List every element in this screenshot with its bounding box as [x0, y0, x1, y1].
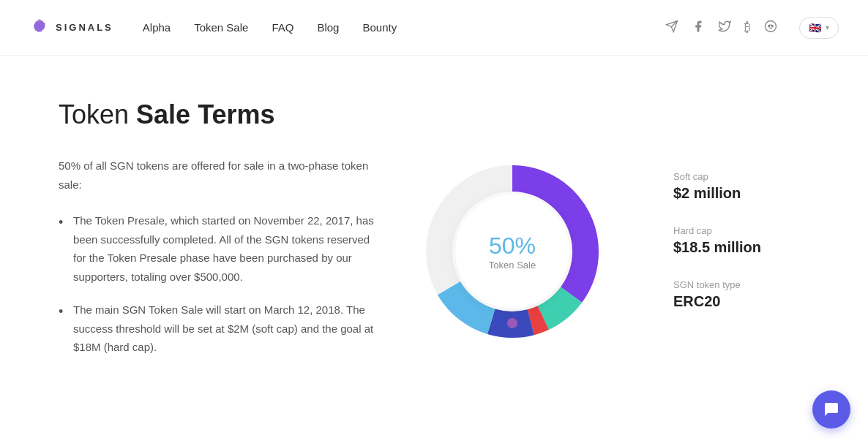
twitter-icon[interactable] [718, 20, 731, 36]
main-content: Token Sale Terms 50% of all SGN tokens a… [0, 56, 868, 415]
svg-point-3 [768, 26, 770, 27]
page-title: Token Sale Terms [59, 99, 809, 130]
svg-point-2 [766, 20, 777, 31]
stat-token-type: SGN token type ERC20 [673, 279, 809, 310]
language-button[interactable]: 🇬🇧 ▾ [799, 17, 839, 39]
bullet-item-2: The main SGN Token Sale will start on Ma… [59, 301, 381, 357]
stat-soft-cap: Soft cap $2 million [673, 171, 809, 202]
stat-soft-cap-value: $2 million [673, 185, 809, 202]
left-text-section: 50% of all SGN tokens are offered for sa… [59, 156, 381, 371]
content-area: 50% of all SGN tokens are offered for sa… [59, 156, 809, 371]
social-icons: ₿ 🇬🇧 ▾ [665, 17, 839, 39]
chat-icon [823, 401, 840, 415]
intro-text: 50% of all SGN tokens are offered for sa… [59, 156, 381, 194]
stat-hard-cap-value: $18.5 million [673, 239, 809, 256]
svg-point-4 [772, 26, 774, 27]
flag-icon: 🇬🇧 [809, 22, 821, 34]
navbar: SIGNALS Alpha Token Sale FAQ Blog Bounty… [0, 0, 868, 56]
stat-soft-cap-label: Soft cap [673, 171, 809, 182]
nav-alpha[interactable]: Alpha [143, 21, 171, 34]
logo-text: SIGNALS [56, 22, 113, 33]
stat-token-type-value: ERC20 [673, 293, 809, 310]
facebook-icon[interactable] [692, 20, 705, 36]
stat-hard-cap-label: Hard cap [673, 225, 809, 236]
donut-label: Token Sale [489, 260, 536, 271]
nav-bounty[interactable]: Bounty [362, 21, 397, 34]
nav-token-sale[interactable]: Token Sale [194, 21, 248, 34]
svg-point-12 [507, 318, 517, 328]
stats-area: Soft cap $2 million Hard cap $18.5 milli… [644, 156, 809, 310]
logo[interactable]: SIGNALS [29, 18, 113, 38]
stat-hard-cap: Hard cap $18.5 million [673, 225, 809, 256]
donut-chart: 50% Token Sale [417, 156, 607, 347]
nav-blog[interactable]: Blog [317, 21, 339, 34]
donut-center: 50% Token Sale [489, 233, 536, 271]
nav-faq[interactable]: FAQ [272, 21, 293, 34]
bullet-item-1: The Token Presale, which started on Nove… [59, 211, 381, 286]
reddit-icon[interactable] [764, 20, 777, 36]
title-light: Token [59, 99, 136, 129]
telegram-icon[interactable] [665, 20, 678, 36]
donut-chart-area: 50% Token Sale [410, 156, 615, 347]
title-bold: Sale Terms [136, 99, 274, 129]
donut-percent: 50% [489, 233, 536, 260]
stat-token-type-label: SGN token type [673, 279, 809, 290]
bullet-list: The Token Presale, which started on Nove… [59, 211, 381, 357]
bitcoin-icon[interactable]: ₿ [744, 20, 751, 35]
nav-links: Alpha Token Sale FAQ Blog Bounty [143, 21, 665, 34]
chevron-down-icon: ▾ [826, 23, 829, 31]
